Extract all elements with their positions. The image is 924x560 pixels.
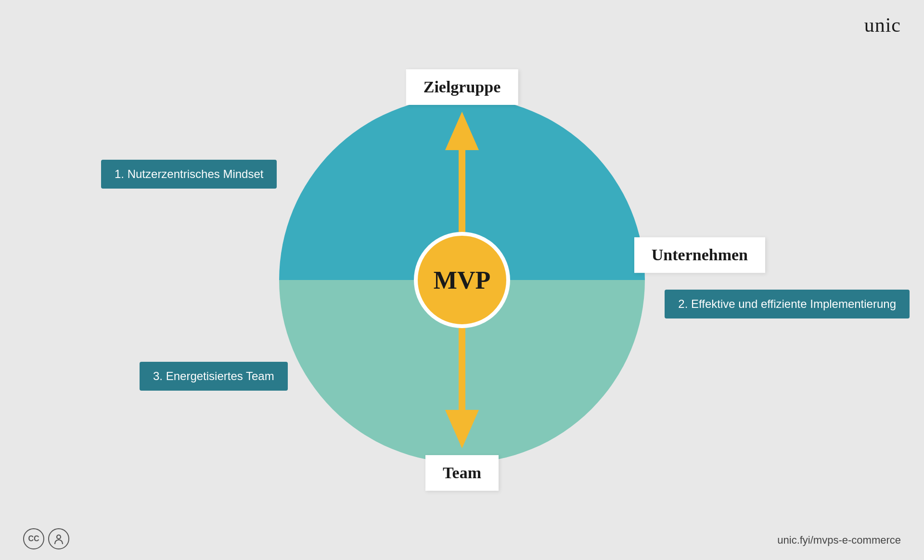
svg-marker-3 <box>445 410 479 448</box>
cc-icon: CC <box>23 528 44 549</box>
diagram: MVP Zielgruppe Team Unternehmen 1. Nutze… <box>245 64 679 496</box>
label-zielgruppe: Zielgruppe <box>406 69 518 105</box>
logo: unic <box>864 13 901 37</box>
center-circle: MVP <box>414 232 510 328</box>
tag-mindset: 1. Nutzerzentrisches Mindset <box>101 160 277 189</box>
svg-marker-2 <box>445 112 479 150</box>
footer-icons: CC <box>23 528 69 549</box>
label-team: Team <box>425 455 499 491</box>
person-icon <box>48 528 69 549</box>
svg-point-0 <box>57 535 61 539</box>
tag-implementierung: 2. Effektive und effiziente Implementier… <box>665 290 910 318</box>
footer-url: unic.fyi/mvps-e-commerce <box>777 534 901 547</box>
label-unternehmen: Unternehmen <box>634 237 765 273</box>
mvp-label: MVP <box>434 266 490 294</box>
tag-team: 3. Energetisiertes Team <box>140 362 288 391</box>
